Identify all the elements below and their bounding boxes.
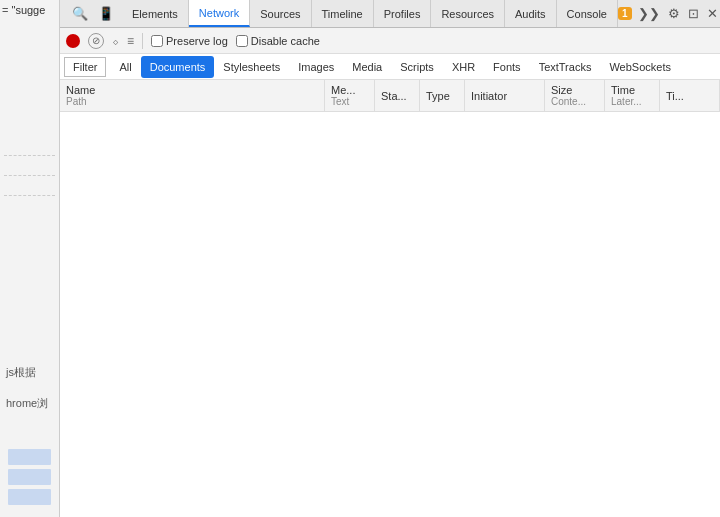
record-button[interactable] bbox=[66, 34, 80, 48]
network-table-body bbox=[60, 112, 720, 517]
type-btn-media[interactable]: Media bbox=[343, 56, 391, 78]
left-suggest-text: = "sugge bbox=[0, 0, 59, 20]
scroll-line-2 bbox=[4, 160, 55, 176]
col-time-bottom: Later... bbox=[611, 96, 653, 107]
filter-button[interactable]: Filter bbox=[64, 57, 106, 77]
clear-button[interactable]: ⊘ bbox=[88, 33, 104, 49]
col-initiator-top: Initiator bbox=[471, 90, 538, 102]
disable-cache-text: Disable cache bbox=[251, 35, 320, 47]
scroll-lines bbox=[0, 140, 59, 196]
type-btn-xhr[interactable]: XHR bbox=[443, 56, 484, 78]
disable-cache-checkbox[interactable] bbox=[236, 35, 248, 47]
nav-right-icons: 1 ❯❯ ⚙ ⊡ ✕ bbox=[618, 4, 720, 23]
type-btn-documents[interactable]: Documents bbox=[141, 56, 215, 78]
col-header-type[interactable]: Type bbox=[420, 80, 465, 111]
scroll-area bbox=[0, 20, 59, 349]
warning-badge[interactable]: 1 bbox=[618, 7, 632, 20]
col-name-top: Name bbox=[66, 84, 318, 96]
main-content: 🔍 📱 Elements Network Sources Timeline Pr… bbox=[60, 0, 720, 517]
close-devtools-icon[interactable]: ✕ bbox=[705, 4, 720, 23]
filter-icon[interactable]: ⬦ bbox=[112, 34, 119, 48]
col-header-timeline[interactable]: Ti... bbox=[660, 80, 720, 111]
device-icon[interactable]: 📱 bbox=[96, 4, 116, 23]
nav-item-profiles[interactable]: Profiles bbox=[374, 0, 432, 27]
scroll-line-3 bbox=[4, 180, 55, 196]
nav-item-audits[interactable]: Audits bbox=[505, 0, 557, 27]
left-panel: = "sugge js根据 hrome浏 bbox=[0, 0, 60, 517]
col-type-top: Type bbox=[426, 90, 458, 102]
type-btn-stylesheets[interactable]: Stylesheets bbox=[214, 56, 289, 78]
col-status-top: Sta... bbox=[381, 90, 413, 102]
filter-bar: Filter All Documents Stylesheets Images … bbox=[60, 54, 720, 80]
type-btn-images[interactable]: Images bbox=[289, 56, 343, 78]
type-btn-texttracks[interactable]: TextTracks bbox=[530, 56, 601, 78]
column-headers: Name Path Me... Text Sta... Type Initiat… bbox=[60, 80, 720, 112]
top-nav: 🔍 📱 Elements Network Sources Timeline Pr… bbox=[60, 0, 720, 28]
nav-item-console[interactable]: Console bbox=[557, 0, 618, 27]
scroll-filled-3 bbox=[8, 489, 51, 505]
nav-item-sources[interactable]: Sources bbox=[250, 0, 311, 27]
scroll-line-1 bbox=[4, 140, 55, 156]
nav-search-icon-area: 🔍 📱 bbox=[64, 4, 122, 23]
col-time-top: Time bbox=[611, 84, 653, 96]
search-icon[interactable]: 🔍 bbox=[70, 4, 90, 23]
expand-console-icon[interactable]: ❯❯ bbox=[636, 4, 662, 23]
type-btn-all[interactable]: All bbox=[110, 56, 140, 78]
settings-icon[interactable]: ⚙ bbox=[666, 4, 682, 23]
col-header-initiator[interactable]: Initiator bbox=[465, 80, 545, 111]
col-method-bottom: Text bbox=[331, 96, 368, 107]
col-size-top: Size bbox=[551, 84, 598, 96]
toolbar-divider bbox=[142, 33, 143, 49]
scroll-filled-1 bbox=[8, 449, 51, 465]
col-size-bottom: Conte... bbox=[551, 96, 598, 107]
disable-cache-label[interactable]: Disable cache bbox=[236, 35, 320, 47]
nav-item-timeline[interactable]: Timeline bbox=[312, 0, 374, 27]
col-timeline-top: Ti... bbox=[666, 90, 713, 102]
col-name-bottom: Path bbox=[66, 96, 318, 107]
col-header-method[interactable]: Me... Text bbox=[325, 80, 375, 111]
nav-item-network[interactable]: Network bbox=[189, 0, 250, 27]
nav-item-elements[interactable]: Elements bbox=[122, 0, 189, 27]
list-icon[interactable]: ≡ bbox=[127, 34, 134, 48]
network-toolbar: ⊘ ⬦ ≡ Preserve log Disable cache bbox=[60, 28, 720, 54]
dock-icon[interactable]: ⊡ bbox=[686, 4, 701, 23]
nav-item-resources[interactable]: Resources bbox=[431, 0, 505, 27]
col-header-size[interactable]: Size Conte... bbox=[545, 80, 605, 111]
type-btn-scripts[interactable]: Scripts bbox=[391, 56, 443, 78]
js-text: js根据 bbox=[4, 357, 55, 388]
left-bottom-texts: js根据 hrome浏 bbox=[0, 349, 59, 517]
preserve-log-label[interactable]: Preserve log bbox=[151, 35, 228, 47]
browser-text: hrome浏 bbox=[4, 388, 55, 419]
col-header-time[interactable]: Time Later... bbox=[605, 80, 660, 111]
preserve-log-checkbox[interactable] bbox=[151, 35, 163, 47]
scroll-filled-2 bbox=[8, 469, 51, 485]
col-method-top: Me... bbox=[331, 84, 368, 96]
type-btn-fonts[interactable]: Fonts bbox=[484, 56, 530, 78]
col-header-status[interactable]: Sta... bbox=[375, 80, 420, 111]
col-header-name[interactable]: Name Path bbox=[60, 80, 325, 111]
preserve-log-text: Preserve log bbox=[166, 35, 228, 47]
type-btn-websockets[interactable]: WebSockets bbox=[600, 56, 680, 78]
